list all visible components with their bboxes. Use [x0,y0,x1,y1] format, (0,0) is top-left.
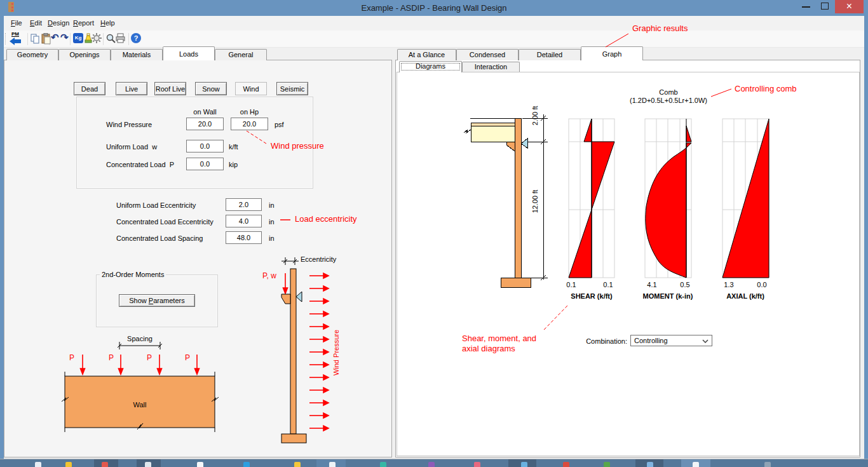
annotation-wind-pressure: Wind pressure [271,141,324,151]
axial-axis-label: AXIAL (k/ft) [707,292,783,300]
uniform-load-unit: k/ft [229,143,238,151]
tab-condensed[interactable]: Condensed [456,49,519,60]
concentrated-load-input[interactable]: 0.0 [186,158,224,170]
wind-arrows [309,273,329,431]
gear-icon[interactable] [92,33,102,46]
moment-right-value: 0.5 [675,281,695,288]
footing [281,434,306,443]
redo-icon[interactable]: ↷ [60,32,69,43]
taskbar-icon[interactable] [521,462,527,467]
roof-live-load-button[interactable]: Roof Live [154,82,186,95]
taskbar-icon[interactable] [65,462,72,467]
snow-load-button[interactable]: Snow [195,82,227,95]
support-triangle [296,292,302,302]
wind-pressure-hp-input[interactable]: 20.0 [231,118,268,130]
show-parameters-label-2: Parameters [149,295,185,307]
menu-help[interactable]: Help [100,19,115,27]
annotation-diagrams-line1: Shear, moment, and [462,334,536,343]
print-icon[interactable] [115,33,126,46]
tab-openings[interactable]: Openings [58,49,111,60]
wind-pressure-wall-input[interactable]: 20.0 [186,118,224,130]
uniform-load-input[interactable]: 0.0 [186,140,224,152]
tab-geometry[interactable]: Geometry [6,49,58,60]
elevation-wall-column [515,118,521,278]
help-icon[interactable]: ? [131,33,141,43]
taskbar-icon[interactable] [474,462,480,467]
tab-materials[interactable]: Materials [111,49,163,60]
menu-design[interactable]: Design [48,19,69,27]
shear-axis-label: SHEAR (k/ft) [553,292,630,300]
elevation-footing [501,278,531,287]
taskbar-start-icon[interactable] [35,462,41,467]
live-load-button[interactable]: Live [116,82,147,95]
shear-right-value: 0.1 [599,281,618,288]
annotation-graphic-results: Graphic results [632,24,688,33]
tab-at-a-glance[interactable]: At a Glance [397,49,456,60]
conc-spacing-unit: in [269,234,275,242]
minimize-button[interactable] [802,6,810,8]
wind-load-button[interactable]: Wind [235,82,267,95]
conc-ecc-input[interactable]: 4.0 [226,215,262,227]
kg-units-icon[interactable]: Kg [73,33,83,43]
pm-label: PM [11,31,19,37]
combination-dropdown[interactable]: Controlling [630,335,712,346]
taskbar-icon[interactable] [197,462,203,467]
copy-icon[interactable] [31,34,40,46]
tab-loads[interactable]: Loads [163,46,215,60]
seismic-load-button[interactable]: Seismic [276,82,308,95]
show-parameters-button[interactable]: Show Parameters [119,294,195,307]
conc-spacing-input[interactable]: 48.0 [226,231,262,244]
wall-elevation-figure: 2.00 ft 12.00 ft [461,89,550,292]
menu-file[interactable]: File [11,19,22,27]
taskbar-icon[interactable] [647,462,653,467]
wall-fig-label: Wall [121,401,159,409]
annotation-controlling-comb: Controlling comb [735,84,797,93]
shear-top-lobe [584,119,592,142]
menu-report[interactable]: Report [73,19,94,27]
wind-pressure-label: Wind Pressure [106,121,152,128]
moment-main-lobe [646,143,691,278]
uniform-ecc-input[interactable]: 2.0 [226,198,262,211]
taskbar-icon[interactable] [693,462,699,467]
second-order-title: 2nd-Order Moments [100,271,166,278]
toolbar [0,30,868,48]
elevation-support-triangle [521,139,527,148]
eccentricity-dim-label: Eccentricity [301,255,336,263]
subtab-diagrams[interactable]: Diagrams [399,61,462,72]
maximize-button[interactable] [821,3,829,10]
taskbar-icon[interactable] [243,462,250,467]
close-button[interactable]: × [835,0,864,13]
tab-detailed[interactable]: Detailed [519,49,581,60]
taskbar-icon[interactable] [604,462,610,467]
slab-topping [471,123,515,126]
taskbar-icon[interactable] [764,462,771,467]
taskbar-icon[interactable] [102,462,108,467]
menu-bar [0,16,868,30]
wind-pressure-fig-label: Wind Pressure [332,330,340,376]
annotation-load-eccentricity: Load eccentricity [295,214,357,224]
taskbar-icon[interactable] [563,462,569,467]
moment-top-lobe [686,126,691,142]
undo-icon[interactable]: ↶ [51,32,59,43]
toolbar-separator [128,33,129,45]
dim-top-label: 2.00 ft [531,106,539,126]
dead-load-button[interactable]: Dead [74,82,105,95]
toolbar-grip [5,33,6,44]
slab [471,126,515,142]
p-load-label-1: P [69,353,74,362]
toolbar-separator [103,33,104,45]
taskbar-icon[interactable] [145,462,151,467]
conc-ecc-unit: in [269,218,275,226]
tab-general[interactable]: General [215,49,267,60]
tab-graph[interactable]: Graph [581,46,643,60]
subtab-interaction[interactable]: Interaction [462,62,520,72]
combination-value: Controlling [634,337,668,344]
taskbar-icon[interactable] [380,462,386,467]
taskbar-icon[interactable] [294,462,301,467]
taskbar-icon[interactable] [428,462,435,467]
taskbar-icon[interactable] [329,462,336,467]
moment-axis-label: MOMENT (k-in) [630,292,706,300]
menu-edit[interactable]: Edit [30,19,42,27]
uniform-ecc-unit: in [269,201,275,209]
pm-arrow-icon[interactable]: PM [10,31,25,46]
